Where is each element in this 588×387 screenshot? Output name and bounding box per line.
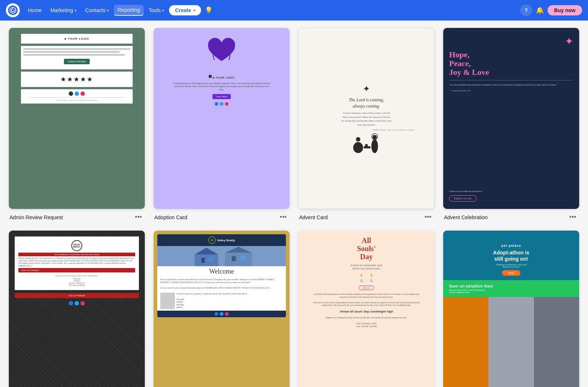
nav-home[interactable]: Home — [24, 5, 45, 15]
nativity-silhouette — [306, 131, 427, 153]
card-footer: Advent Card ••• — [298, 212, 434, 222]
question-icon: ? — [524, 7, 528, 13]
template-preview-advent[interactable]: ✦ The Lord is coming,always coming. At t… — [298, 28, 434, 209]
card-title: Admin Review Request — [10, 214, 63, 220]
card-footer: Admin Review Request ••• — [9, 212, 145, 222]
template-preview-admin-review[interactable]: ■ YOUR LOGO Leave A Review ★★★★★ — [9, 28, 145, 209]
list-item: ✦ The Lord is coming,always coming. At t… — [298, 28, 434, 222]
heart-icon — [207, 37, 236, 67]
svg-point-2 — [356, 137, 361, 142]
nav-marketing[interactable]: Marketing ▾ — [47, 5, 80, 15]
template-preview-agency-feedback[interactable]: VALLEYREALTY Your feedback is essential.… — [9, 231, 145, 387]
marketing-chevron-icon: ▾ — [75, 8, 76, 12]
card-menu-button[interactable]: ••• — [422, 213, 434, 222]
svg-rect-11 — [201, 258, 205, 263]
notifications-button[interactable]: 🔔 — [534, 4, 546, 17]
svg-point-0 — [10, 7, 16, 13]
nav-logo[interactable] — [6, 3, 20, 17]
svg-rect-13 — [225, 253, 252, 267]
card-menu-button[interactable]: ••• — [277, 213, 289, 222]
bell-icon: 🔔 — [536, 6, 544, 14]
logo-icon — [8, 6, 18, 15]
house-image — [157, 246, 286, 266]
contacts-chevron-icon: ▾ — [107, 8, 109, 12]
star-decoration-icon: ✦ — [565, 35, 573, 47]
top-navigation: Home Marketing ▾ Contacts ▾ Reporting To… — [0, 0, 588, 21]
list-item: ■ YOUR LOGO Congratulations on the begin… — [154, 28, 290, 222]
buy-now-button[interactable]: Buy now — [548, 5, 582, 15]
card-title: Advent Celebration — [444, 214, 488, 220]
card-footer: Adoption Card ••• — [154, 212, 290, 222]
nav-tools[interactable]: Tools ▾ — [145, 5, 168, 15]
card-footer: Advent Celebration ••• — [443, 212, 579, 222]
list-item: VALLEYREALTY Your feedback is essential.… — [9, 231, 145, 387]
template-grid: ■ YOUR LOGO Leave A Review ★★★★★ — [9, 28, 579, 387]
template-preview-valley-realty[interactable]: VR Valley Realty — [154, 231, 290, 387]
create-button[interactable]: Create ▾ — [169, 5, 201, 15]
preview-body: Leave A Review — [21, 46, 133, 69]
help-button[interactable]: ? — [520, 4, 532, 16]
preview-logo: ■ YOUR LOGO — [21, 34, 133, 44]
nav-contacts[interactable]: Contacts ▾ — [82, 5, 112, 15]
list-item: ✦ Hope,Peace,Joy & Love "It is the beaut… — [443, 28, 579, 222]
star-icon: ✦ — [363, 84, 370, 94]
ideas-button[interactable]: 💡 — [202, 4, 215, 17]
svg-rect-12 — [208, 257, 213, 261]
bulb-icon: 💡 — [205, 6, 213, 14]
template-preview-advent-celebration[interactable]: ✦ Hope,Peace,Joy & Love "It is the beaut… — [443, 28, 579, 209]
template-preview-adoption[interactable]: ■ YOUR LOGO Congratulations on the begin… — [154, 28, 290, 209]
svg-rect-9 — [195, 254, 218, 266]
svg-point-5 — [372, 140, 378, 153]
list-item: VR Valley Realty — [154, 231, 290, 387]
main-content: ■ YOUR LOGO Leave A Review ★★★★★ — [0, 21, 588, 387]
svg-rect-16 — [240, 256, 246, 260]
svg-point-1 — [353, 142, 363, 153]
card-menu-button[interactable]: ••• — [567, 213, 578, 222]
card-title: Adoption Card — [154, 214, 187, 220]
svg-rect-15 — [232, 256, 236, 261]
tools-chevron-icon: ▾ — [162, 8, 164, 12]
template-preview-all-souls[interactable]: AllSouls'Day A time to remember andhonor… — [298, 231, 434, 387]
template-preview-pet-palace[interactable]: 🐾 pet palace Adopt-athon isstill going o… — [443, 231, 579, 387]
svg-point-4 — [365, 144, 368, 147]
card-menu-button[interactable]: ••• — [133, 213, 144, 222]
list-item: 🐾 pet palace Adopt-athon isstill going o… — [443, 231, 579, 387]
adopt-button[interactable]: Adopt — [502, 270, 520, 276]
list-item: AllSouls'Day A time to remember andhonor… — [298, 231, 434, 387]
create-chevron-icon: ▾ — [193, 8, 195, 12]
list-item: ■ YOUR LOGO Leave A Review ★★★★★ — [9, 28, 145, 222]
nav-reporting[interactable]: Reporting — [114, 5, 144, 16]
svg-point-6 — [373, 135, 377, 140]
card-title: Advent Card — [299, 214, 328, 220]
